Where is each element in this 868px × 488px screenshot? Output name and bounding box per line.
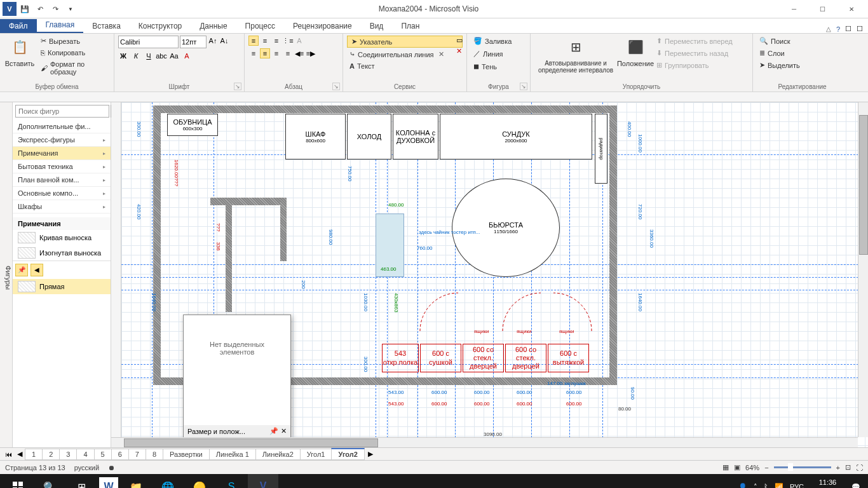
ribbon-close-icon[interactable]: ☐ — [857, 25, 863, 33]
people-icon[interactable]: 👤 — [738, 483, 747, 489]
tray-up-icon[interactable]: ˄ — [754, 483, 757, 489]
cut-button[interactable]: ✂Вырезать — [38, 36, 110, 46]
save-icon[interactable]: 💾 — [18, 2, 32, 16]
page-tab[interactable]: 8 — [146, 449, 163, 460]
align-right-icon[interactable]: ≡ — [271, 48, 281, 58]
furniture-fridge[interactable]: ХОЛОД — [347, 114, 391, 159]
furniture-chest[interactable]: СУНДУК 2000х600 — [440, 114, 592, 159]
scrollbar-horizontal[interactable] — [111, 437, 858, 447]
zoom-slider[interactable] — [774, 466, 831, 468]
align-top-icon[interactable]: ≡ — [248, 36, 259, 46]
shadow-button[interactable]: ◼Тень — [471, 61, 526, 72]
start-button[interactable] — [3, 474, 33, 488]
text-direction-icon[interactable]: A — [294, 36, 304, 46]
tab-design[interactable]: Конструктор — [130, 19, 191, 33]
shape-category[interactable]: Основные компо...▸ — [13, 187, 111, 200]
delete-icon[interactable]: ✕ — [456, 47, 463, 55]
shape-item-active[interactable]: Прямая — [13, 279, 111, 294]
fill-button[interactable]: 🪣Заливка — [471, 36, 526, 46]
page-tab[interactable]: 2 — [42, 449, 60, 460]
pin-button[interactable]: 📌 — [15, 264, 28, 276]
shape-item[interactable]: Кривая выноска — [13, 230, 111, 245]
format-painter-button[interactable]: 🖌Формат по образцу — [38, 59, 110, 77]
maximize-button[interactable]: ☐ — [808, 0, 837, 18]
minimize-button[interactable]: ─ — [780, 0, 808, 18]
cabinet-box[interactable]: 600 c сушкой — [420, 344, 461, 372]
align-center-icon[interactable]: ≡ — [260, 48, 270, 58]
explorer-icon[interactable]: 📁 — [121, 474, 151, 488]
ribbon-minimize-icon[interactable]: △ — [826, 25, 831, 32]
bring-forward-button[interactable]: ⬆Переместить вперед — [654, 36, 735, 46]
bluetooth-icon[interactable]: ᛒ — [764, 483, 768, 488]
tab-insert[interactable]: Вставка — [83, 19, 130, 33]
font-name-input[interactable] — [118, 36, 179, 48]
tab-view[interactable]: Вид — [361, 19, 393, 33]
tab-home[interactable]: Главная — [37, 18, 84, 33]
align-middle-icon[interactable]: ≡ — [260, 36, 270, 46]
chrome-icon[interactable]: 🟡 — [184, 474, 215, 488]
cabinet-box[interactable]: 600 со стекл.дверцей — [505, 344, 546, 372]
align-bottom-icon[interactable]: ≡ — [271, 36, 281, 46]
furniture-table[interactable]: БЬЮРСТА 1150/1660 — [452, 179, 560, 277]
strike-icon[interactable]: abc — [156, 51, 166, 61]
tab-nav-first[interactable]: ⏮ — [3, 451, 15, 458]
font-size-input[interactable] — [180, 36, 207, 48]
page-tab[interactable]: Развертки — [163, 449, 210, 460]
send-backward-button[interactable]: ⬇Переместить назад — [654, 48, 735, 58]
wifi-icon[interactable]: 📶 — [775, 483, 783, 489]
qat-dropdown-icon[interactable]: ▼ — [64, 2, 78, 16]
page-tab[interactable]: Угол1 — [300, 449, 332, 460]
autoalign-button[interactable]: ⊞ Автовыравнивание и определение интерва… — [534, 36, 617, 75]
shape-dialog-icon[interactable]: ↘ — [520, 83, 527, 90]
ribbon-options-icon[interactable]: ☐ — [845, 25, 851, 33]
prev-button[interactable]: ◀ — [31, 264, 43, 276]
italic-icon[interactable]: К — [131, 51, 141, 61]
taskview-icon[interactable]: ⊞ — [66, 474, 97, 488]
view-mode-icon[interactable]: ▦ — [722, 463, 729, 471]
visio-taskbar-icon[interactable]: V — [248, 474, 278, 488]
justify-icon[interactable]: ≡ — [283, 48, 293, 58]
pointer-tool-button[interactable]: ➤Указатель — [347, 36, 463, 48]
undo-icon[interactable]: ↶ — [33, 2, 47, 16]
scrollbar-vertical[interactable] — [858, 102, 868, 437]
underline-icon[interactable]: Ч — [144, 51, 154, 61]
font-color-icon[interactable]: A — [182, 51, 192, 61]
text-tool-button[interactable]: AТекст — [347, 61, 463, 71]
size-position-window[interactable]: Нет выделенных элементов Размер и полож.… — [183, 315, 291, 438]
x-icon[interactable]: ✕ — [438, 50, 444, 58]
tab-plan[interactable]: План — [392, 19, 428, 33]
furniture-radiator[interactable]: радиатор — [595, 114, 607, 184]
close-icon[interactable]: ✕ — [281, 427, 287, 435]
furniture-shoe[interactable]: ОБУВНИЦА 600х300 — [167, 114, 218, 136]
furniture-wardrobe[interactable]: ШКАФ 800х600 — [285, 114, 346, 159]
indent-dec-icon[interactable]: ◀≡ — [294, 48, 304, 58]
skype-icon[interactable]: S — [216, 474, 247, 488]
page-tab[interactable]: 7 — [128, 449, 146, 460]
find-button[interactable]: 🔍Поиск — [757, 36, 848, 46]
zoom-level[interactable]: 64% — [745, 464, 759, 471]
tray-lang[interactable]: РУС — [790, 483, 804, 488]
cabinet-box[interactable]: 600 свытяжкой — [548, 344, 589, 372]
shape-item[interactable]: Изогнутая выноска — [13, 245, 111, 261]
page-tab[interactable]: 3 — [59, 449, 77, 460]
shape-category[interactable]: Дополнительные фи... — [13, 120, 111, 133]
furniture-column[interactable]: КОЛОННА с ДУХОВКОЙ — [393, 114, 438, 159]
group-button[interactable]: ⊞Группировать — [654, 60, 735, 71]
shapes-search-input[interactable] — [15, 105, 109, 118]
close-button[interactable]: ✕ — [837, 0, 865, 18]
select-button[interactable]: ➤Выделить — [757, 60, 848, 71]
tab-data[interactable]: Данные — [191, 19, 236, 33]
help-icon[interactable]: ? — [836, 25, 840, 33]
status-lang[interactable]: русский — [74, 464, 99, 471]
text-effects-icon[interactable]: Aa — [169, 51, 179, 61]
line-button[interactable]: ／Линия — [471, 48, 526, 60]
zoom-fit-icon[interactable]: ⊡ — [845, 463, 851, 471]
page-tab[interactable]: 6 — [111, 449, 129, 460]
tab-process[interactable]: Процесс — [236, 19, 284, 33]
file-tab[interactable]: Файл — [0, 19, 37, 33]
notifications-icon[interactable]: 💬 — [851, 483, 860, 489]
bold-icon[interactable]: Ж — [118, 51, 128, 61]
shape-category[interactable]: Шкафы▸ — [13, 200, 111, 214]
shape-category[interactable]: Бытовая техника▸ — [13, 160, 111, 173]
page-tab-active[interactable]: Угол2 — [331, 448, 364, 460]
